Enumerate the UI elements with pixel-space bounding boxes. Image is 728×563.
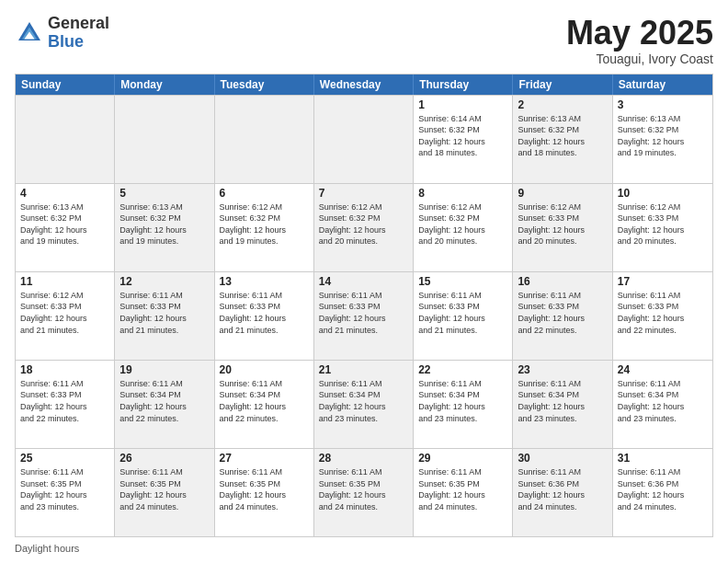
day-number: 15	[418, 275, 507, 288]
day-info: Sunrise: 6:13 AM Sunset: 6:32 PM Dayligh…	[618, 113, 708, 159]
calendar-cell-empty-0	[16, 96, 115, 183]
calendar-cell-12: 12Sunrise: 6:11 AM Sunset: 6:33 PM Dayli…	[115, 272, 214, 360]
calendar-week-5: 25Sunrise: 6:11 AM Sunset: 6:35 PM Dayli…	[16, 448, 712, 536]
calendar-cell-24: 24Sunrise: 6:11 AM Sunset: 6:34 PM Dayli…	[613, 361, 712, 448]
calendar-cell-15: 15Sunrise: 6:11 AM Sunset: 6:33 PM Dayli…	[414, 272, 513, 360]
calendar-week-2: 4Sunrise: 6:13 AM Sunset: 6:32 PM Daylig…	[16, 183, 712, 271]
day-info: Sunrise: 6:11 AM Sunset: 6:35 PM Dayligh…	[119, 466, 209, 512]
calendar-cell-27: 27Sunrise: 6:11 AM Sunset: 6:35 PM Dayli…	[215, 449, 314, 536]
calendar-cell-16: 16Sunrise: 6:11 AM Sunset: 6:33 PM Dayli…	[513, 272, 612, 360]
calendar-week-1: 1Sunrise: 6:14 AM Sunset: 6:32 PM Daylig…	[16, 95, 712, 183]
day-number: 7	[319, 187, 408, 200]
day-number: 11	[20, 275, 109, 288]
day-number: 20	[220, 363, 309, 376]
day-number: 9	[518, 187, 607, 200]
day-info: Sunrise: 6:11 AM Sunset: 6:33 PM Dayligh…	[418, 290, 507, 336]
header: General Blue May 2025 Touagui, Ivory Coa…	[15, 15, 713, 66]
calendar-cell-21: 21Sunrise: 6:11 AM Sunset: 6:34 PM Dayli…	[314, 361, 414, 448]
day-number: 3	[618, 98, 708, 111]
day-info: Sunrise: 6:11 AM Sunset: 6:34 PM Dayligh…	[319, 378, 408, 424]
header-day-sunday: Sunday	[16, 75, 115, 95]
day-info: Sunrise: 6:11 AM Sunset: 6:35 PM Dayligh…	[20, 466, 109, 512]
calendar: SundayMondayTuesdayWednesdayThursdayFrid…	[15, 74, 713, 537]
day-info: Sunrise: 6:11 AM Sunset: 6:36 PM Dayligh…	[518, 466, 607, 512]
day-number: 4	[20, 187, 109, 200]
day-number: 24	[618, 363, 708, 376]
calendar-cell-7: 7Sunrise: 6:12 AM Sunset: 6:32 PM Daylig…	[314, 184, 414, 271]
calendar-cell-19: 19Sunrise: 6:11 AM Sunset: 6:34 PM Dayli…	[115, 361, 214, 448]
calendar-cell-empty-3	[314, 96, 414, 183]
calendar-week-3: 11Sunrise: 6:12 AM Sunset: 6:33 PM Dayli…	[16, 271, 712, 360]
calendar-cell-1: 1Sunrise: 6:14 AM Sunset: 6:32 PM Daylig…	[414, 96, 513, 183]
calendar-body: 1Sunrise: 6:14 AM Sunset: 6:32 PM Daylig…	[16, 95, 712, 536]
calendar-cell-18: 18Sunrise: 6:11 AM Sunset: 6:33 PM Dayli…	[16, 361, 115, 448]
day-number: 29	[418, 452, 507, 465]
day-info: Sunrise: 6:11 AM Sunset: 6:33 PM Dayligh…	[319, 290, 408, 336]
day-info: Sunrise: 6:11 AM Sunset: 6:36 PM Dayligh…	[618, 466, 708, 512]
calendar-cell-17: 17Sunrise: 6:11 AM Sunset: 6:33 PM Dayli…	[613, 272, 712, 360]
calendar-cell-9: 9Sunrise: 6:12 AM Sunset: 6:33 PM Daylig…	[513, 184, 612, 271]
logo-icon	[15, 18, 44, 48]
calendar-cell-11: 11Sunrise: 6:12 AM Sunset: 6:33 PM Dayli…	[16, 272, 115, 360]
footer: Daylight hours	[15, 543, 713, 554]
day-info: Sunrise: 6:11 AM Sunset: 6:34 PM Dayligh…	[119, 378, 209, 424]
calendar-cell-29: 29Sunrise: 6:11 AM Sunset: 6:35 PM Dayli…	[414, 449, 513, 536]
day-number: 6	[220, 187, 309, 200]
header-day-friday: Friday	[513, 75, 612, 95]
day-number: 26	[119, 452, 209, 465]
day-number: 31	[618, 452, 708, 465]
calendar-cell-5: 5Sunrise: 6:13 AM Sunset: 6:32 PM Daylig…	[115, 184, 214, 271]
footer-text: Daylight hours	[15, 543, 79, 554]
calendar-cell-22: 22Sunrise: 6:11 AM Sunset: 6:34 PM Dayli…	[414, 361, 513, 448]
header-day-wednesday: Wednesday	[314, 75, 414, 95]
day-number: 2	[518, 98, 607, 111]
logo: General Blue	[15, 15, 109, 52]
day-info: Sunrise: 6:12 AM Sunset: 6:33 PM Dayligh…	[618, 201, 708, 247]
month-title: May 2025	[566, 15, 713, 52]
day-number: 16	[518, 275, 607, 288]
header-day-thursday: Thursday	[414, 75, 513, 95]
day-info: Sunrise: 6:11 AM Sunset: 6:33 PM Dayligh…	[20, 378, 109, 424]
day-info: Sunrise: 6:13 AM Sunset: 6:32 PM Dayligh…	[119, 201, 209, 247]
title-block: May 2025 Touagui, Ivory Coast	[566, 15, 713, 66]
calendar-cell-23: 23Sunrise: 6:11 AM Sunset: 6:34 PM Dayli…	[513, 361, 612, 448]
calendar-cell-31: 31Sunrise: 6:11 AM Sunset: 6:36 PM Dayli…	[613, 449, 712, 536]
header-day-tuesday: Tuesday	[215, 75, 314, 95]
day-number: 19	[119, 363, 209, 376]
location: Touagui, Ivory Coast	[566, 52, 713, 66]
day-number: 14	[319, 275, 408, 288]
calendar-cell-30: 30Sunrise: 6:11 AM Sunset: 6:36 PM Dayli…	[513, 449, 612, 536]
day-number: 1	[418, 98, 507, 111]
calendar-cell-10: 10Sunrise: 6:12 AM Sunset: 6:33 PM Dayli…	[613, 184, 712, 271]
day-info: Sunrise: 6:11 AM Sunset: 6:33 PM Dayligh…	[518, 290, 607, 336]
calendar-cell-3: 3Sunrise: 6:13 AM Sunset: 6:32 PM Daylig…	[613, 96, 712, 183]
day-info: Sunrise: 6:11 AM Sunset: 6:35 PM Dayligh…	[418, 466, 507, 512]
day-number: 17	[618, 275, 708, 288]
calendar-cell-13: 13Sunrise: 6:11 AM Sunset: 6:33 PM Dayli…	[215, 272, 314, 360]
day-info: Sunrise: 6:13 AM Sunset: 6:32 PM Dayligh…	[518, 113, 607, 159]
day-info: Sunrise: 6:11 AM Sunset: 6:33 PM Dayligh…	[220, 290, 309, 336]
calendar-week-4: 18Sunrise: 6:11 AM Sunset: 6:33 PM Dayli…	[16, 360, 712, 448]
logo-blue-text: Blue	[48, 33, 109, 52]
day-info: Sunrise: 6:12 AM Sunset: 6:33 PM Dayligh…	[518, 201, 607, 247]
calendar-cell-6: 6Sunrise: 6:12 AM Sunset: 6:32 PM Daylig…	[215, 184, 314, 271]
day-info: Sunrise: 6:11 AM Sunset: 6:33 PM Dayligh…	[119, 290, 209, 336]
header-day-saturday: Saturday	[613, 75, 712, 95]
logo-general-text: General	[48, 15, 109, 33]
header-day-monday: Monday	[115, 75, 214, 95]
day-number: 12	[119, 275, 209, 288]
day-info: Sunrise: 6:11 AM Sunset: 6:35 PM Dayligh…	[220, 466, 309, 512]
day-info: Sunrise: 6:14 AM Sunset: 6:32 PM Dayligh…	[418, 113, 507, 159]
day-number: 21	[319, 363, 408, 376]
day-info: Sunrise: 6:12 AM Sunset: 6:32 PM Dayligh…	[319, 201, 408, 247]
calendar-cell-empty-2	[215, 96, 314, 183]
calendar-cell-14: 14Sunrise: 6:11 AM Sunset: 6:33 PM Dayli…	[314, 272, 414, 360]
day-info: Sunrise: 6:13 AM Sunset: 6:32 PM Dayligh…	[20, 201, 109, 247]
calendar-cell-25: 25Sunrise: 6:11 AM Sunset: 6:35 PM Dayli…	[16, 449, 115, 536]
calendar-header: SundayMondayTuesdayWednesdayThursdayFrid…	[16, 75, 712, 95]
day-number: 22	[418, 363, 507, 376]
calendar-cell-2: 2Sunrise: 6:13 AM Sunset: 6:32 PM Daylig…	[513, 96, 612, 183]
calendar-cell-26: 26Sunrise: 6:11 AM Sunset: 6:35 PM Dayli…	[115, 449, 214, 536]
day-info: Sunrise: 6:11 AM Sunset: 6:34 PM Dayligh…	[518, 378, 607, 424]
day-number: 27	[220, 452, 309, 465]
